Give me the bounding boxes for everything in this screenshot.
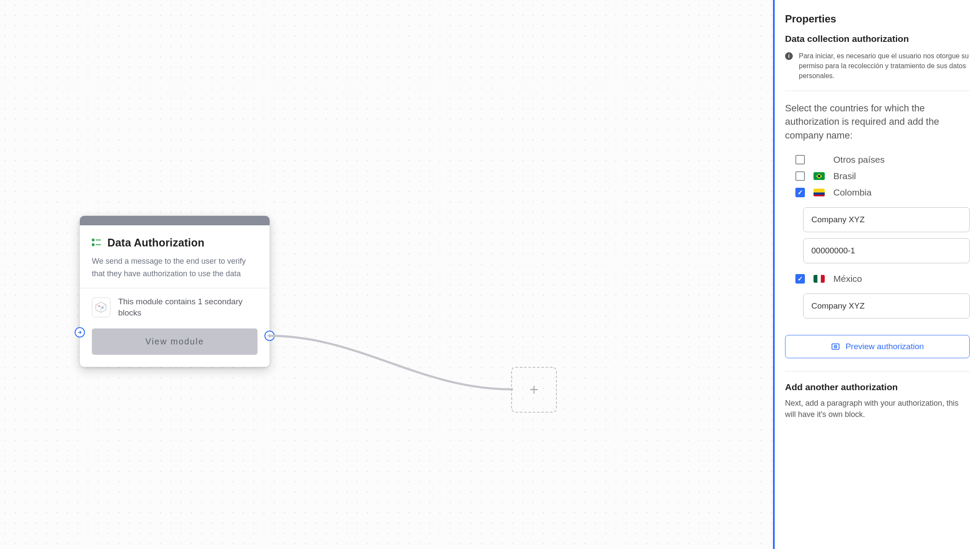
company-input-mexico[interactable] — [803, 293, 970, 319]
flag-brasil-icon — [814, 172, 825, 180]
country-row-colombia: Colombia — [795, 187, 970, 198]
checkbox-other[interactable] — [795, 155, 805, 164]
divider — [785, 371, 970, 372]
country-row-other: Otros países — [795, 155, 970, 165]
country-label: Colombia — [833, 187, 872, 198]
connector-line — [264, 328, 531, 401]
preview-authorization-button[interactable]: Preview authorization — [785, 335, 970, 358]
add-another-text: Next, add a paragraph with your authoriz… — [785, 398, 970, 420]
flag-mexico-icon — [814, 275, 825, 283]
preview-label: Preview authorization — [845, 342, 924, 351]
add-node-button[interactable]: + — [511, 367, 557, 413]
country-row-mexico: México — [795, 274, 970, 284]
checkbox-colombia[interactable] — [795, 188, 805, 197]
country-label: Brasil — [833, 171, 856, 181]
svg-line-2 — [101, 305, 106, 307]
company-input-colombia[interactable] — [803, 207, 970, 232]
country-row-brasil: Brasil — [795, 171, 970, 181]
panel-title: Properties — [785, 13, 970, 25]
divider — [785, 91, 970, 91]
info-text: Para iniciar, es necesario que el usuari… — [799, 51, 970, 81]
colombia-fields — [795, 207, 970, 263]
country-label: México — [833, 274, 862, 284]
mexico-fields — [795, 293, 970, 319]
checkbox-mexico[interactable] — [795, 274, 805, 284]
eye-icon — [831, 342, 840, 351]
cube-icon — [92, 297, 110, 317]
plus-icon: + — [529, 381, 538, 399]
node-data-authorization[interactable]: Data Authorization We send a message to … — [80, 216, 270, 367]
node-description: We send a message to the end user to ver… — [92, 255, 258, 280]
module-info: This module contains 1 secondary blocks — [118, 296, 258, 319]
node-drag-handle[interactable] — [80, 216, 270, 225]
country-label: Otros países — [833, 155, 885, 165]
taxid-input-colombia[interactable] — [803, 238, 970, 263]
divider — [80, 288, 270, 288]
info-icon: i — [785, 52, 793, 60]
properties-panel: Properties Data collection authorization… — [773, 0, 980, 549]
node-title: Data Authorization — [107, 237, 204, 249]
svg-point-4 — [98, 305, 100, 307]
list-check-icon — [92, 239, 101, 247]
output-port[interactable] — [264, 331, 275, 341]
input-port[interactable] — [75, 327, 85, 338]
canvas[interactable]: Data Authorization We send a message to … — [0, 0, 773, 549]
panel-subtitle: Data collection authorization — [785, 34, 970, 44]
svg-point-8 — [835, 346, 836, 347]
flag-colombia-icon — [814, 189, 825, 196]
instruction-text: Select the countries for which the autho… — [785, 101, 970, 143]
add-another-title: Add another authorization — [785, 382, 970, 392]
svg-point-5 — [102, 307, 104, 309]
view-module-button[interactable]: View module — [92, 328, 258, 355]
checkbox-brasil[interactable] — [795, 171, 805, 181]
country-list: Otros países Brasil Colombia México — [785, 155, 970, 323]
